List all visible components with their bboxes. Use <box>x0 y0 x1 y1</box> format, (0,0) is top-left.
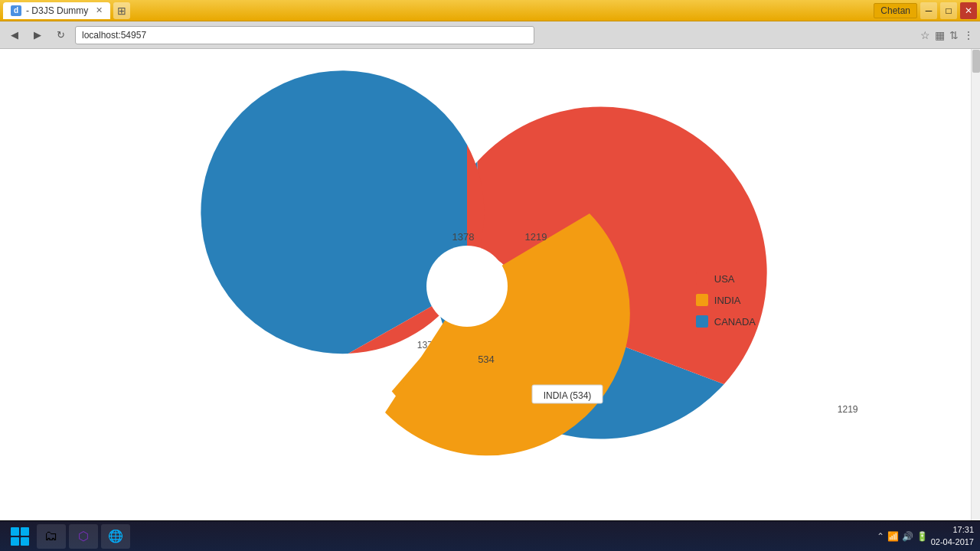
tooltip-group: INDIA (534) <box>532 385 603 403</box>
tray-expand[interactable]: ⌃ <box>877 531 884 542</box>
clock-time: 17:31 <box>931 524 974 536</box>
main-chart-svg: 1378 1219 534 INDIA (534) <box>0 49 971 517</box>
menu-icon[interactable]: ⋮ <box>963 29 974 41</box>
address-icons: ☆ ▦ ⇅ ⋮ <box>920 29 974 41</box>
india-value: 534 <box>478 354 495 365</box>
page-content: 1219 534 1378 <box>0 49 980 551</box>
taskbar-vs[interactable]: ⬡ <box>69 524 98 549</box>
india-legend-label: INDIA <box>714 295 741 306</box>
title-bar-controls: Chetan ─ □ ✕ <box>874 2 977 19</box>
legend-item-canada: CANADA <box>696 315 756 328</box>
legend: USA INDIA CANADA <box>696 272 756 328</box>
tray-volume[interactable]: 🔊 <box>902 531 913 542</box>
reader-icon[interactable]: ▦ <box>935 29 945 41</box>
system-tray: ⌃ 📶 🔊 🔋 <box>877 531 928 542</box>
legend-item-india: INDIA <box>696 294 756 306</box>
close-button[interactable]: ✕ <box>960 2 977 19</box>
taskbar-chrome[interactable]: 🌐 <box>101 524 130 549</box>
tab-title: - D3JS Dummy <box>26 5 88 16</box>
canada-swatch <box>696 315 708 328</box>
scrollbar-thumb[interactable] <box>972 50 980 73</box>
browser-tab[interactable]: d - D3JS Dummy ✕ <box>3 2 110 19</box>
chart-overlay: 1378 1219 534 INDIA (534) <box>0 49 980 551</box>
new-tab-button[interactable]: ⊞ <box>113 2 130 19</box>
start-button[interactable] <box>6 524 34 549</box>
sync-icon[interactable]: ⇅ <box>949 29 959 41</box>
minimize-button[interactable]: ─ <box>920 2 937 19</box>
tab-favicon: d <box>11 5 21 16</box>
refresh-button[interactable]: ↻ <box>52 27 69 44</box>
taskbar: 🗂 ⬡ 🌐 ⌃ 📶 🔊 🔋 17:31 02-04-2017 <box>0 520 980 551</box>
browser-window: d - D3JS Dummy ✕ ⊞ Chetan ─ □ ✕ ◀ ▶ ↻ ☆ … <box>0 0 980 551</box>
taskbar-explorer[interactable]: 🗂 <box>37 524 66 549</box>
canada-value: 1378 <box>452 231 475 243</box>
avatar-body <box>450 291 484 312</box>
title-bar: d - D3JS Dummy ✕ ⊞ Chetan ─ □ ✕ <box>0 0 980 21</box>
bookmark-icon[interactable]: ☆ <box>920 29 930 41</box>
legend-item-usa: USA <box>696 272 756 285</box>
address-input[interactable] <box>75 26 534 44</box>
tab-area: d - D3JS Dummy ✕ ⊞ <box>3 2 874 19</box>
back-button[interactable]: ◀ <box>6 27 23 44</box>
avatar-head <box>456 266 479 289</box>
usa-value: 1219 <box>525 231 547 243</box>
address-bar: ◀ ▶ ↻ ☆ ▦ ⇅ ⋮ <box>0 21 980 49</box>
scrollbar[interactable] <box>971 49 980 551</box>
tray-battery[interactable]: 🔋 <box>916 531 928 542</box>
tray-network[interactable]: 📶 <box>887 531 899 542</box>
taskbar-clock[interactable]: 17:31 02-04-2017 <box>931 524 974 548</box>
clock-date: 02-04-2017 <box>931 536 974 548</box>
windows-logo <box>11 527 29 546</box>
user-badge: Chetan <box>874 3 917 18</box>
usa-legend-label: USA <box>714 273 735 285</box>
tooltip-text: INDIA (534) <box>544 390 592 401</box>
forward-button[interactable]: ▶ <box>29 27 46 44</box>
maximize-button[interactable]: □ <box>940 2 957 19</box>
tab-close-button[interactable]: ✕ <box>96 5 103 15</box>
usa-swatch <box>696 272 708 285</box>
canada-legend-label: CANADA <box>714 316 756 328</box>
india-swatch <box>696 294 708 306</box>
